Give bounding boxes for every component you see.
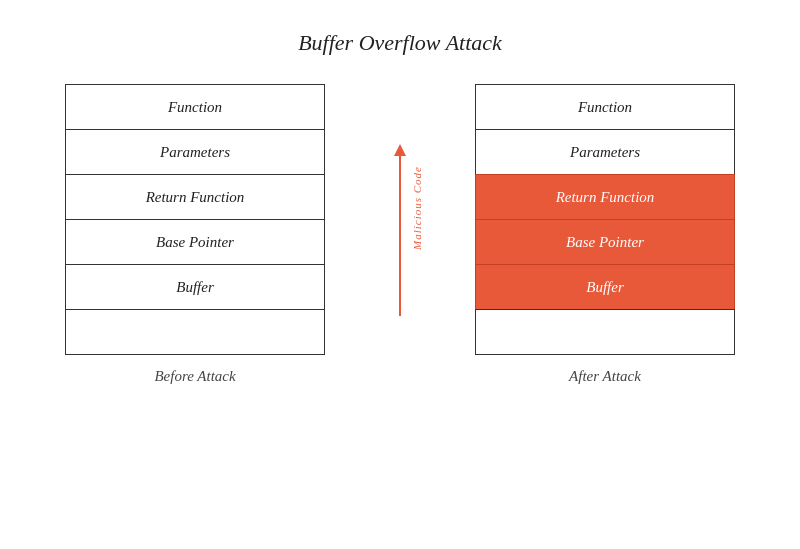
before-label: Before Attack [154, 368, 235, 385]
arrow-label: Malicious Code [411, 166, 423, 250]
after-label: After Attack [569, 368, 641, 385]
after-cell-4: Buffer [475, 264, 735, 310]
middle-section: Malicious Code [345, 84, 455, 330]
arrow-container: Malicious Code [394, 130, 406, 330]
before-cell-4: Buffer [65, 264, 325, 310]
before-diagram: FunctionParametersReturn FunctionBase Po… [45, 84, 345, 385]
arrow-head [394, 144, 406, 156]
after-cell-1: Parameters [475, 129, 735, 175]
after-diagram: FunctionParametersReturn FunctionBase Po… [455, 84, 755, 385]
after-stack: FunctionParametersReturn FunctionBase Po… [475, 84, 735, 354]
after-cell-3: Base Pointer [475, 219, 735, 265]
after-cell-2: Return Function [475, 174, 735, 220]
before-cell-0: Function [65, 84, 325, 130]
after-cell-0: Function [475, 84, 735, 130]
before-cell-5 [65, 309, 325, 355]
before-cell-3: Base Pointer [65, 219, 325, 265]
before-stack: FunctionParametersReturn FunctionBase Po… [65, 84, 325, 354]
diagrams-row: FunctionParametersReturn FunctionBase Po… [0, 84, 800, 385]
arrow-line: Malicious Code [399, 156, 401, 316]
before-cell-1: Parameters [65, 129, 325, 175]
before-cell-2: Return Function [65, 174, 325, 220]
page-title: Buffer Overflow Attack [298, 30, 502, 56]
after-cell-5 [475, 309, 735, 355]
